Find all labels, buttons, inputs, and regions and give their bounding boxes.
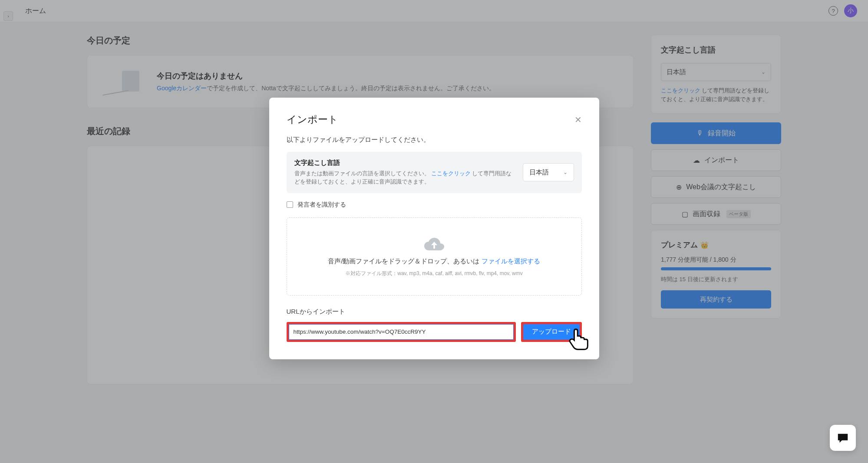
modal-language-box: 文字起こし言語 音声または動画ファイルの言語を選択してください。 ここをクリック… — [287, 152, 582, 193]
checkbox-icon[interactable] — [287, 201, 293, 208]
speaker-label: 発言者を識別する — [297, 201, 346, 209]
modal-lang-title: 文字起こし言語 — [294, 159, 515, 167]
modal-vocab-link[interactable]: ここをクリック — [431, 171, 471, 177]
import-modal: インポート ✕ 以下よりファイルをアップロードしてください。 文字起こし言語 音… — [269, 98, 599, 359]
cloud-upload-icon — [424, 236, 444, 253]
modal-title: インポート — [287, 113, 338, 126]
url-input[interactable] — [289, 324, 514, 340]
file-select-link[interactable]: ファイルを選択する — [482, 257, 540, 265]
modal-subtitle: 以下よりファイルをアップロードしてください。 — [287, 136, 582, 144]
close-icon[interactable]: ✕ — [574, 115, 582, 125]
chat-fab[interactable] — [830, 425, 856, 451]
file-dropzone[interactable]: 音声/動画ファイルをドラッグ＆ドロップ、あるいは ファイルを選択する ※対応ファ… — [287, 217, 582, 296]
upload-button-highlight: アップロード — [521, 322, 582, 342]
url-section-label: URLからインポート — [287, 308, 582, 316]
modal-language-select[interactable]: 日本語 ⌄ — [523, 163, 574, 181]
url-input-highlight — [287, 322, 516, 342]
dropzone-formats: ※対応ファイル形式：wav, mp3, m4a, caf, aiff, avi,… — [345, 270, 523, 277]
speaker-checkbox-row[interactable]: 発言者を識別する — [287, 201, 582, 209]
chevron-down-icon: ⌄ — [563, 169, 568, 175]
dropzone-text: 音声/動画ファイルをドラッグ＆ドロップ、あるいは ファイルを選択する — [328, 257, 540, 266]
upload-button[interactable]: アップロード — [523, 324, 580, 340]
chat-icon — [836, 431, 849, 444]
modal-lang-desc: 音声または動画ファイルの言語を選択してください。 ここをクリック して専門用語な… — [294, 170, 515, 186]
